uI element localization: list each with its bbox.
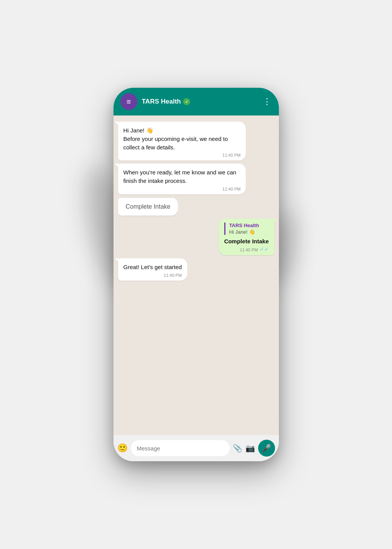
camera-icon[interactable]: 📷 xyxy=(245,444,255,453)
message-time-2: 11:40 PM xyxy=(123,187,241,191)
message-3-button-card: Complete Intake xyxy=(118,198,178,216)
message-4-outgoing: TARS Health Hi Jane! 👋 Complete Intake 1… xyxy=(219,219,274,255)
message-time-5: 11:40 PM xyxy=(123,273,182,278)
message-text-5: Great! Let's get started xyxy=(123,263,182,271)
chat-header: ≡ TARS Health ✓ ⋮ xyxy=(113,88,279,115)
button-card: Complete Intake xyxy=(118,198,178,216)
quoted-text: Hi Jane! 👋 xyxy=(229,229,269,235)
message-time-1: 11:40 PM xyxy=(123,153,241,157)
complete-intake-button[interactable]: Complete Intake xyxy=(118,198,178,216)
outgoing-text: Complete Intake xyxy=(224,238,269,244)
quoted-sender: TARS Health xyxy=(229,223,269,228)
message-input[interactable] xyxy=(131,440,230,456)
bubble-5: Great! Let's get started 11:40 PM xyxy=(118,258,187,281)
message-2: When you're ready, let me know and we ca… xyxy=(118,164,246,194)
menu-icon[interactable]: ⋮ xyxy=(263,97,272,107)
verified-icon: ✓ xyxy=(185,100,188,104)
attach-icon[interactable]: 📎 xyxy=(233,444,242,453)
message-1: Hi Jane! 👋Before your upcoming e-visit, … xyxy=(118,122,246,161)
message-text-1: Hi Jane! 👋Before your upcoming e-visit, … xyxy=(123,126,241,151)
app-name: TARS Health xyxy=(142,98,181,105)
bottom-spacer xyxy=(118,284,274,287)
read-receipt-icon: ✓✓ xyxy=(260,246,269,252)
emoji-icon[interactable]: 🙂 xyxy=(117,443,128,453)
quoted-block: TARS Health Hi Jane! 👋 xyxy=(224,223,269,235)
chat-area: Hi Jane! 👋Before your upcoming e-visit, … xyxy=(113,115,279,435)
message-text-2: When you're ready, let me know and we ca… xyxy=(123,168,241,185)
outgoing-time: 11:40 PM xyxy=(240,248,258,252)
verified-badge: ✓ xyxy=(183,98,190,105)
phone-device: ≡ TARS Health ✓ ⋮ Hi Jane! 👋Before your … xyxy=(113,88,279,461)
input-bar: 🙂 📎 📷 🎤 xyxy=(113,435,279,461)
bubble-2: When you're ready, let me know and we ca… xyxy=(118,164,246,194)
message-5: Great! Let's get started 11:40 PM xyxy=(118,258,187,281)
phone-wrapper: ≡ TARS Health ✓ ⋮ Hi Jane! 👋Before your … xyxy=(92,63,300,486)
outgoing-footer: 11:40 PM ✓✓ xyxy=(224,246,269,252)
bubble-1: Hi Jane! 👋Before your upcoming e-visit, … xyxy=(118,122,246,161)
header-info: TARS Health ✓ xyxy=(142,98,258,105)
bubble-4: TARS Health Hi Jane! 👋 Complete Intake 1… xyxy=(219,219,274,255)
voice-message-button[interactable]: 🎤 xyxy=(258,440,275,457)
mic-icon: 🎤 xyxy=(262,444,271,453)
avatar: ≡ xyxy=(120,93,137,110)
avatar-icon: ≡ xyxy=(127,98,131,105)
